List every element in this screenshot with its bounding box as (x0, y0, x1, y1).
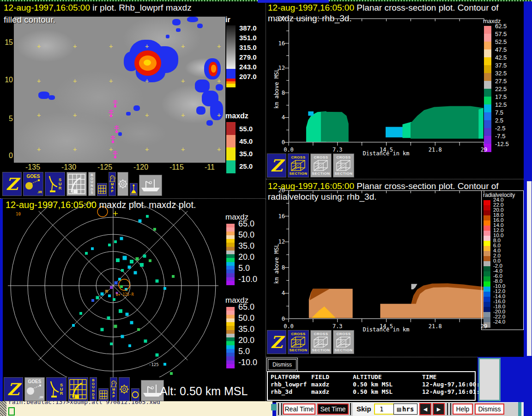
radar-echo (128, 344, 131, 347)
contour-region (321, 112, 349, 142)
xs-rv-toolbar: ZCROSSSECTIONCROSSSECTIONCROSSSECTION (267, 330, 354, 354)
step-back-button[interactable]: ◀ (419, 403, 431, 415)
cross-section-button[interactable]: CROSSSECTION (333, 153, 354, 177)
platform-status-table: PLATFORMFIELDALTITUDETIMErhb_lowprfmaxdz… (267, 371, 476, 401)
buoy-button[interactable] (130, 183, 138, 196)
goes-label: GOES (28, 379, 42, 384)
cross-section-button[interactable]: CROSSSECTION (310, 330, 332, 354)
radar-echo (91, 247, 94, 250)
goes-ir-button[interactable]: GOES.IR (24, 377, 45, 401)
cross-section-button[interactable]: CROSSSECTION (333, 330, 354, 354)
terminal-window[interactable]: rain:beaulac:137>xdump.all 970812.1605.x… (0, 401, 272, 416)
section-label: SECTION (312, 171, 330, 176)
grid-button[interactable] (97, 183, 107, 196)
x-tick-label: 14.5 (376, 323, 397, 330)
radar-grid-button[interactable] (68, 377, 88, 401)
help-button[interactable]: Help (453, 404, 473, 415)
circle-icon (132, 391, 139, 398)
colorbar-tick: 37.5 (495, 62, 507, 69)
surveillance-radar-button[interactable]: SUR (46, 377, 66, 401)
radar-grid-button[interactable] (66, 172, 87, 196)
gear-button[interactable] (117, 172, 128, 196)
radar-echo (101, 328, 104, 331)
set-time-button[interactable]: Set Time (317, 404, 349, 415)
hrs-button[interactable]: ▤hrs (393, 404, 417, 415)
section-label: SECTION (289, 171, 307, 176)
latlon-grid-mark: + (109, 77, 113, 85)
bounds-button[interactable]: BOUNDS (90, 377, 97, 401)
latlon-grid-mark: + (73, 111, 77, 119)
circle-button[interactable] (131, 388, 139, 401)
ship-icon (140, 177, 161, 193)
surveillance-radar-button[interactable]: SUR (45, 172, 65, 196)
x-tick-label: -135 (25, 163, 40, 171)
dismiss-button[interactable]: Dismiss (475, 404, 504, 415)
goes-ir-button[interactable]: GOES.IR (23, 172, 43, 196)
grid-icon (99, 390, 108, 399)
map-button[interactable]: MAP (109, 172, 116, 196)
zebra-logo-button[interactable]: Z (267, 153, 286, 177)
ir-plot-window: ++++++++++++++++++++++++ 12-aug-1997,16:… (0, 1, 266, 199)
latlon-grid-mark: + (73, 77, 77, 85)
zebra-logo-button[interactable]: Z (2, 172, 22, 196)
gear-button[interactable] (119, 377, 130, 401)
real-time-button[interactable]: Real Time (283, 404, 315, 415)
colorbar-segment (484, 136, 491, 144)
section-label: SECTION (334, 348, 352, 352)
colorbar-tick: 12.5 (495, 101, 507, 108)
separator (447, 403, 451, 415)
satellite-image[interactable]: ++++++++++++++++++++++++ (14, 17, 225, 163)
table-header-cell: FIELD (311, 373, 353, 381)
radialvelocity-cross-section-plot[interactable] (289, 190, 484, 319)
status-dismiss-button[interactable]: Dismiss (268, 359, 296, 370)
gear-icon (118, 179, 127, 189)
contour-region (411, 284, 417, 289)
ir-title-text: ir plot. Rhb_lowprf maxdz (90, 3, 192, 12)
cross-section-button[interactable]: CROSSSECTION (288, 330, 309, 354)
colorbar-tick: -7.5 (495, 133, 505, 140)
contour-region (380, 285, 484, 318)
colorbar-segment (484, 65, 491, 73)
bounds-button[interactable]: BOUNDS (88, 172, 96, 196)
colorbar-label: maxdz (225, 112, 248, 120)
goes-label: GOES (27, 174, 40, 179)
map-button[interactable]: MAP (110, 377, 117, 401)
radar-echo (134, 271, 137, 275)
x-tick-label: -11 (205, 163, 215, 171)
radar-echo (110, 343, 113, 345)
storm-marker-icon (112, 99, 118, 110)
y-tick-label: 5 (3, 115, 13, 123)
ship-button[interactable] (139, 175, 162, 196)
ppi-window-toolbar: ZGOES.IRSURBOUNDSMAP (4, 377, 164, 401)
maxdz-cross-section-plot[interactable] (289, 18, 484, 142)
radar-ppi-plot[interactable]: b+-125-R10-125 (3, 202, 226, 377)
colorbar-segment (484, 231, 490, 236)
colorbar-tick: -10.0 (238, 275, 257, 284)
radar-echo (121, 269, 124, 272)
ppi-window: b+-125-R10-125 12-aug-1997,16:05:00 maxd… (3, 199, 266, 402)
colorbar-tick: 387.0 (239, 24, 257, 32)
status-scrollbar[interactable] (478, 358, 501, 401)
vertical-label: BOUNDS (92, 379, 95, 400)
satellite-cloud-blob (166, 35, 169, 38)
colorbar-scale (484, 200, 490, 327)
colorbar-scale (226, 224, 235, 285)
ir-label: .IR (37, 190, 42, 194)
zebra-logo-button[interactable]: Z (267, 330, 286, 354)
radar-echo (128, 266, 131, 269)
latlon-grid-mark: + (37, 146, 41, 153)
zebra-logo-button[interactable]: Z (4, 377, 23, 401)
colorbar-tick: 55.0 (239, 125, 253, 133)
cross-section-button[interactable]: CROSSSECTION (310, 153, 332, 177)
radar-echo (110, 286, 113, 289)
cross-section-button[interactable]: CROSSSECTION (288, 153, 309, 177)
satellite-cloud-blob (196, 106, 206, 115)
satellite-dish-icon (26, 384, 43, 395)
ir-window-toolbar: ZGOES.IRSURBOUNDSMAP (2, 172, 162, 196)
radar-echo (144, 340, 147, 343)
grid-button[interactable] (98, 388, 109, 401)
colorbar-tick: 20.0 (238, 252, 254, 262)
step-forward-button[interactable]: ▶ (433, 403, 445, 415)
radar-echo (107, 317, 110, 320)
hrs-label: hrs (402, 405, 414, 413)
